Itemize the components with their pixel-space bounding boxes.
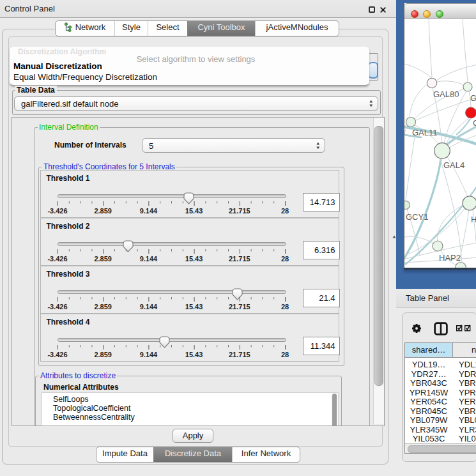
svg-text:GCY1: GCY1	[406, 212, 428, 222]
svg-text:GAL80: GAL80	[433, 89, 459, 99]
svg-text:H: H	[471, 215, 476, 224]
svg-text:GAL11: GAL11	[412, 128, 438, 137]
svg-text:G…: G…	[470, 93, 476, 103]
svg-text:HAP2: HAP2	[439, 253, 461, 263]
svg-text:GAL4: GAL4	[443, 160, 464, 170]
svg-text:C: C	[473, 118, 476, 128]
